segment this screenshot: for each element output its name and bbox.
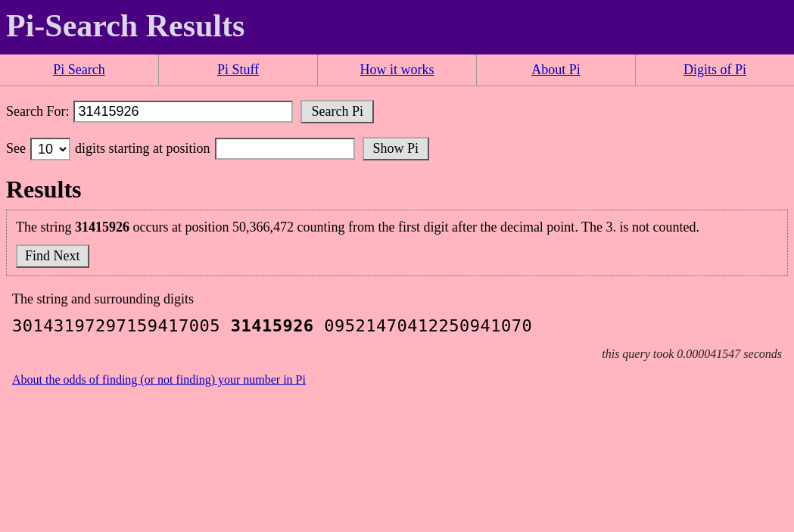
digits-select[interactable]: 10 20 30 40 50 [30, 138, 70, 160]
result-text-before: The string [16, 219, 75, 235]
digit-string: 30143197297159417005 31415926 0952147041… [12, 316, 782, 335]
nav-pi-stuff[interactable]: Pi Stuff [159, 54, 318, 86]
position-input[interactable] [215, 138, 355, 160]
search-pi-button[interactable]: Search Pi [300, 100, 373, 123]
result-string: 31415926 [75, 219, 129, 235]
main-nav: Pi Search Pi Stuff How it works About Pi… [0, 54, 794, 86]
surrounding-label: The string and surrounding digits [12, 291, 782, 307]
nav-pi-search[interactable]: Pi Search [0, 54, 159, 86]
query-time: this query took 0.000041547 seconds [12, 347, 782, 361]
digits-after: 09521470412250941070 [314, 316, 533, 335]
digits-highlight: 31415926 [231, 316, 314, 335]
results-box: The string 31415926 occurs at position 5… [6, 210, 788, 276]
results-heading: Results [6, 176, 788, 204]
find-next-button[interactable]: Find Next [16, 244, 89, 268]
show-pi-button[interactable]: Show Pi [363, 137, 430, 160]
footer-link[interactable]: About the odds of finding (or not findin… [12, 373, 306, 386]
nav-about-pi[interactable]: About Pi [477, 54, 636, 86]
digits-starting-label: digits starting at position [75, 141, 210, 157]
nav-digits-of-pi[interactable]: Digits of Pi [636, 54, 794, 86]
search-input[interactable] [73, 101, 293, 123]
search-for-label: Search For: [6, 104, 69, 120]
results-text: The string 31415926 occurs at position 5… [16, 218, 778, 237]
see-label: See [6, 141, 26, 157]
result-text-after: occurs at position 50,366,472 counting f… [129, 219, 699, 235]
nav-how-it-works[interactable]: How it works [318, 54, 477, 86]
digits-before: 30143197297159417005 [12, 316, 231, 335]
page-title: Pi-Search Results [6, 8, 788, 44]
